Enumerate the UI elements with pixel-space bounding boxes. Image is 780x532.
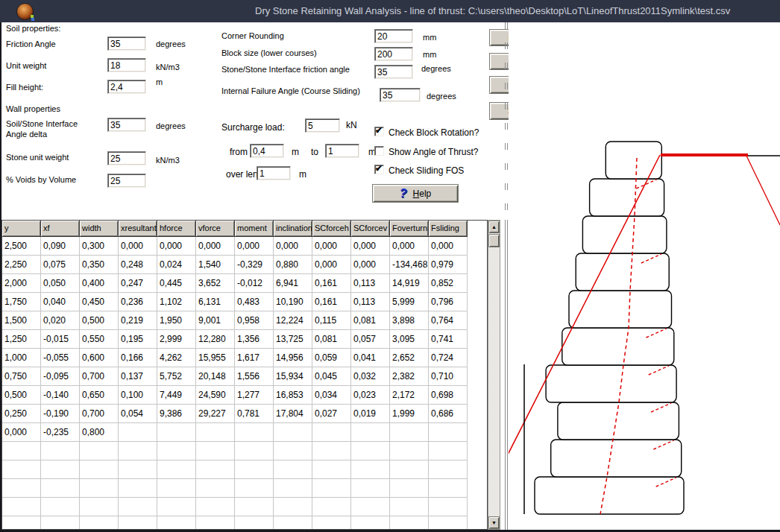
- wall-block-course-7: [576, 253, 669, 291]
- internal-failure-angle-unit: degrees: [427, 92, 456, 101]
- table-cell: 5,999: [390, 293, 429, 311]
- table-cell: [429, 442, 468, 460]
- unit-weight-input[interactable]: 18: [107, 58, 146, 72]
- header-cell-width: width: [80, 221, 119, 237]
- scroll-up-button[interactable]: ▲: [488, 221, 500, 233]
- table-vertical-scrollbar[interactable]: ▲ ▼: [488, 220, 500, 530]
- stone-stone-friction-input[interactable]: 35: [374, 65, 413, 79]
- table-cell: 5,752: [157, 367, 196, 386]
- table-cell: 0,032: [351, 367, 390, 386]
- table-cell: 1,999: [390, 405, 429, 423]
- table-cell: 0,550: [80, 330, 119, 349]
- table-cell: 0,113: [351, 274, 390, 293]
- header-cell-Fsliding: Fsliding: [429, 221, 468, 237]
- table-cell: 0,000: [351, 256, 390, 274]
- table-cell: 1,540: [196, 256, 235, 274]
- wall-block-course-6: [569, 291, 672, 328]
- table-cell: 0,023: [351, 386, 390, 405]
- table-row: [2, 479, 487, 498]
- check-sliding-fos-checkbox[interactable]: ✔: [374, 165, 384, 174]
- table-cell: -0,015: [41, 330, 80, 349]
- table-cell: 0,050: [41, 274, 80, 293]
- table-cell: 2,652: [390, 349, 429, 367]
- show-angle-of-thrust-label[interactable]: Show Angle of Thrust?: [389, 147, 479, 157]
- table-cell: 1,950: [157, 311, 196, 330]
- table-cell: [274, 442, 312, 460]
- friction-angle-label: Friction Angle: [6, 39, 56, 48]
- table-cell: 0,710: [429, 367, 468, 386]
- table-cell: 6,941: [274, 274, 312, 293]
- table-cell: 0,724: [429, 349, 468, 367]
- table-cell: [196, 460, 235, 479]
- table-cell: 0,054: [119, 405, 157, 423]
- block-size-input[interactable]: 200: [374, 47, 413, 61]
- stone-stone-friction-unit: degrees: [421, 64, 451, 73]
- table-cell: [157, 442, 196, 460]
- internal-failure-angle-label: Internal Failure Angle (Course Sliding): [221, 86, 360, 95]
- stone-unit-weight-label: Stone unit weight: [6, 153, 69, 162]
- check-block-rotation-checkbox[interactable]: ✔: [374, 127, 384, 136]
- table-cell: 20,148: [196, 367, 235, 386]
- surcharge-from-input[interactable]: 0,4: [250, 144, 284, 158]
- header-cell-xresultant: xresultant: [119, 221, 157, 237]
- surcharge-to-label: to: [311, 147, 318, 157]
- friction-angle-input[interactable]: 35: [107, 37, 146, 51]
- table-cell: 0,979: [429, 256, 468, 274]
- help-question-icon: ?: [400, 187, 407, 200]
- unit-weight-label: Unit weight: [6, 61, 46, 70]
- table-cell: [312, 442, 351, 460]
- table-cell: 0,445: [157, 274, 196, 293]
- table-cell: [119, 423, 157, 442]
- table-cell: [119, 479, 157, 498]
- scroll-down-button[interactable]: ▼: [488, 516, 500, 529]
- table-cell: 0,075: [41, 256, 80, 274]
- table-cell: [390, 423, 429, 442]
- app-icon: [16, 3, 34, 20]
- surcharge-load-input[interactable]: 5: [305, 118, 340, 133]
- table-cell: [119, 516, 157, 530]
- table-cell: [235, 442, 274, 460]
- table-cell: 0,700: [80, 367, 119, 386]
- stone-unit-weight-input[interactable]: 25: [107, 151, 146, 165]
- table-cell: 0,045: [312, 367, 351, 386]
- internal-failure-angle-input[interactable]: 35: [380, 88, 421, 102]
- table-cell: 0,219: [119, 311, 157, 330]
- table-cell: [429, 423, 468, 442]
- fill-height-input[interactable]: 2,4: [107, 80, 146, 94]
- table-cell: 0,000: [429, 237, 468, 256]
- help-underline: H: [413, 189, 420, 199]
- help-button[interactable]: ? Help: [372, 184, 459, 203]
- table-cell: [351, 516, 390, 530]
- check-sliding-fos-label[interactable]: Check Sliding FOS: [389, 165, 464, 176]
- corner-rounding-input[interactable]: 20: [374, 29, 413, 43]
- table-cell: [274, 516, 312, 530]
- table-cell: 9,001: [196, 311, 235, 330]
- table-cell: 0,500: [2, 386, 41, 405]
- soil-stone-interface-input[interactable]: 35: [107, 118, 146, 132]
- table-cell: 0,040: [41, 293, 80, 311]
- soil-stone-interface-label-1: Soil/Stone Interface: [6, 119, 78, 128]
- table-cell: [196, 442, 235, 460]
- scrollbar-thumb[interactable]: [488, 234, 500, 247]
- results-table: yxfwidthxresultanthforcevforcemomentincl…: [1, 220, 488, 530]
- table-cell: -134,468: [390, 256, 429, 274]
- fill-height-label: Fill height:: [6, 83, 43, 92]
- table-cell: [2, 479, 41, 498]
- table-cell: [41, 460, 80, 479]
- table-cell: 12,224: [274, 311, 312, 330]
- voids-by-volume-input[interactable]: 25: [107, 174, 146, 188]
- surcharge-to-input[interactable]: 1: [325, 144, 359, 158]
- wall-block-course-4: [546, 365, 676, 402]
- check-block-rotation-label[interactable]: Check Block Rotation?: [389, 127, 479, 138]
- table-cell: 0,796: [429, 293, 468, 311]
- table-cell: 0,034: [312, 386, 351, 405]
- over-length-input[interactable]: 1: [257, 166, 291, 180]
- fill-height-unit: m: [156, 77, 163, 86]
- table-row: 1,5000,0200,5000,2191,9509,0010,95812,22…: [2, 311, 487, 330]
- wall-block-course-1: [535, 477, 684, 514]
- table-cell: 0,000: [312, 237, 351, 256]
- table-cell: 0,781: [235, 405, 274, 423]
- show-angle-of-thrust-checkbox[interactable]: ✔: [374, 146, 384, 156]
- title-bar: Dry Stone Retaining Wall Analysis - line…: [0, 0, 780, 22]
- slope-line-right: [746, 156, 780, 225]
